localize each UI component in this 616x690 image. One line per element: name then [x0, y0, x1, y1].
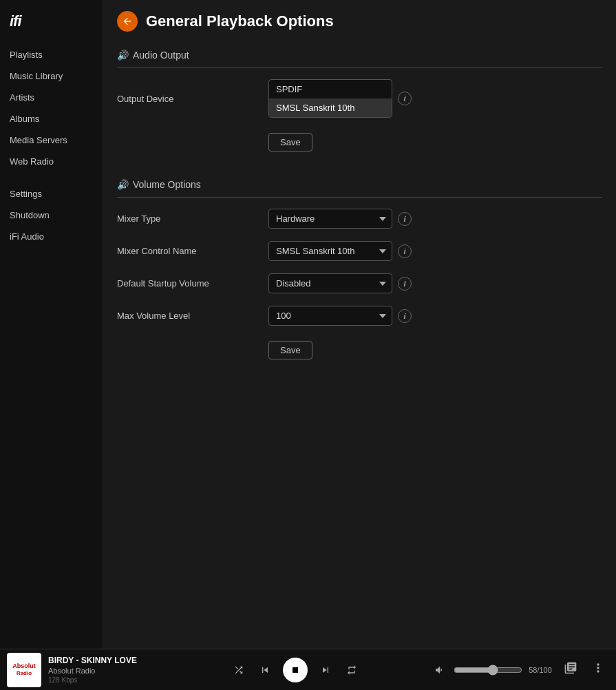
player-track-title: BIRDY - SKINNY LOVE [48, 656, 158, 665]
volume-icon [434, 665, 445, 676]
queue-icon [564, 661, 577, 675]
default-startup-info-button[interactable]: i [398, 277, 412, 291]
page-title: General Playback Options [146, 12, 334, 30]
sidebar-item-artists[interactable]: Artists [0, 87, 103, 108]
volume-area: 58/100 [454, 665, 554, 676]
back-button[interactable] [117, 11, 138, 32]
max-volume-row: Max Volume Level 100 90 80 i [117, 306, 602, 326]
max-volume-label: Max Volume Level [117, 311, 268, 321]
audio-output-header: 🔊 Audio Output [117, 43, 602, 68]
output-device-row: Output Device SPDIF SMSL Sanskrit 10th i [117, 79, 602, 118]
mute-button[interactable] [432, 662, 448, 678]
player-track-bitrate: 128 Kbps [48, 676, 158, 684]
extra-button[interactable] [587, 658, 609, 681]
output-device-label: Output Device [117, 94, 268, 104]
sidebar-item-settings[interactable]: Settings [0, 183, 103, 205]
player-album-art: Absolut Radio [7, 653, 41, 687]
volume-label: 58/100 [527, 666, 554, 674]
device-list-item-spdif[interactable]: SPDIF [269, 80, 392, 98]
mixer-control-label: Mixer Control Name [117, 246, 268, 256]
max-volume-select[interactable]: 100 90 80 [268, 306, 392, 326]
shuffle-icon [233, 665, 244, 676]
player-track-info: BIRDY - SKINNY LOVE Absolut Radio 128 Kb… [48, 656, 158, 684]
output-device-list[interactable]: SPDIF SMSL Sanskrit 10th [268, 79, 392, 118]
mixer-type-label: Mixer Type [117, 213, 268, 224]
queue-button[interactable] [560, 658, 582, 681]
sidebar-item-web-radio[interactable]: Web Radio [0, 151, 103, 172]
prev-icon [259, 665, 270, 676]
audio-output-title: Audio Output [133, 50, 189, 61]
next-button[interactable] [317, 662, 334, 678]
sidebar-item-ifi-audio[interactable]: iFi Audio [0, 226, 103, 247]
more-icon [591, 661, 605, 675]
default-startup-label: Default Startup Volume [117, 278, 268, 289]
volume-options-title: Volume Options [133, 179, 201, 190]
volume-options-save-button[interactable]: Save [268, 341, 312, 359]
repeat-button[interactable] [343, 662, 360, 678]
max-volume-control: 100 90 80 i [268, 306, 412, 326]
player-track-artist: Absolut Radio [48, 667, 158, 675]
volume-options-section: 🔊 Volume Options Mixer Type Hardware Sof… [103, 172, 616, 373]
sidebar-item-music-library[interactable]: Music Library [0, 65, 103, 87]
mixer-type-select[interactable]: Hardware Software None [268, 209, 392, 229]
audio-output-section: 🔊 Audio Output Output Device SPDIF SMSL … [103, 43, 616, 165]
sidebar-item-playlists[interactable]: Playlists [0, 44, 103, 65]
main-content: General Playback Options 🔊 Audio Output … [103, 0, 616, 649]
default-startup-row: Default Startup Volume Disabled Last Use… [117, 273, 602, 293]
default-startup-select[interactable]: Disabled Last Used Fixed [268, 273, 392, 293]
player-controls [158, 658, 432, 682]
mixer-type-info-button[interactable]: i [398, 212, 412, 226]
shuffle-button[interactable] [231, 662, 247, 678]
mixer-control-area: SMSL Sanskrit 10th i [268, 241, 412, 261]
player-right: 58/100 [432, 658, 609, 681]
mixer-control-info-button[interactable]: i [398, 244, 412, 258]
volume-options-header: 🔊 Volume Options [117, 172, 602, 198]
volume-slider[interactable] [454, 665, 522, 676]
mixer-type-control: Hardware Software None i [268, 209, 412, 229]
play-pause-button[interactable] [283, 658, 308, 682]
audio-output-icon: 🔊 [117, 50, 129, 61]
sidebar-item-albums[interactable]: Albums [0, 108, 103, 129]
output-device-info-button[interactable]: i [398, 92, 412, 105]
default-startup-control: Disabled Last Used Fixed i [268, 273, 412, 293]
audio-output-save-button[interactable]: Save [268, 133, 312, 151]
mixer-control-row: Mixer Control Name SMSL Sanskrit 10th i [117, 241, 602, 261]
output-device-control: SPDIF SMSL Sanskrit 10th i [268, 79, 412, 118]
player-bar: Absolut Radio BIRDY - SKINNY LOVE Absolu… [0, 649, 616, 690]
max-volume-info-button[interactable]: i [398, 309, 412, 323]
next-icon [320, 665, 331, 676]
prev-button[interactable] [257, 662, 273, 678]
device-list-item-smsl[interactable]: SMSL Sanskrit 10th [269, 98, 392, 117]
sidebar-item-shutdown[interactable]: Shutdown [0, 205, 103, 226]
mixer-type-row: Mixer Type Hardware Software None i [117, 209, 602, 229]
stop-icon [290, 665, 301, 676]
volume-options-icon: 🔊 [117, 179, 129, 190]
mixer-control-select[interactable]: SMSL Sanskrit 10th [268, 241, 392, 261]
page-header: General Playback Options [103, 0, 616, 43]
app-logo: ifi [0, 7, 103, 44]
sidebar: ifi Playlists Music Library Artists Albu… [0, 0, 103, 649]
sidebar-item-media-servers[interactable]: Media Servers [0, 129, 103, 151]
repeat-icon [346, 665, 357, 676]
